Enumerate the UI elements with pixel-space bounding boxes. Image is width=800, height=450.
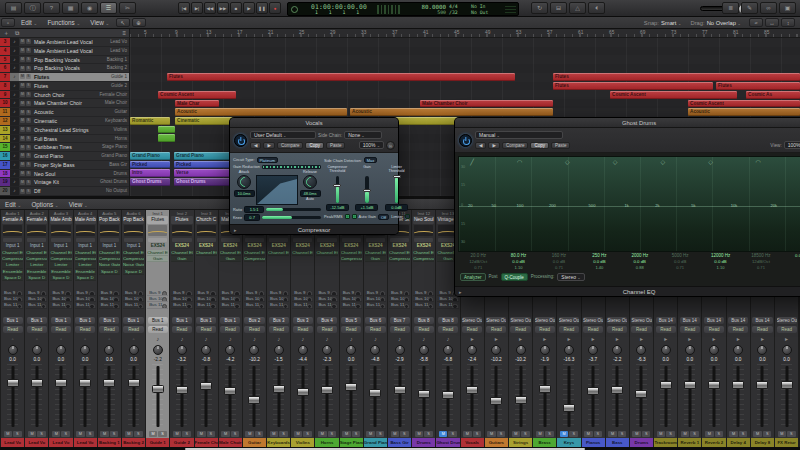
track-row[interactable]: 11♪MSAcousticGuitar xyxy=(0,108,129,117)
compressor-zoom-menu[interactable]: 100% xyxy=(359,141,384,149)
mixer-strip[interactable]: Inst 1FlutesEXS24Channel EQGainBus 9Bus … xyxy=(146,210,169,447)
track-sort-icon[interactable]: ≡ xyxy=(122,30,126,36)
send-slot[interactable]: Bus 11 xyxy=(196,302,217,308)
automation-mode-button[interactable]: Read xyxy=(365,326,385,333)
ratio-value[interactable]: 1.5:1 xyxy=(244,206,264,213)
slider-track[interactable] xyxy=(395,176,399,203)
send-slot[interactable]: Bus 11 xyxy=(26,302,47,308)
output-slot[interactable]: Bus 14 xyxy=(680,317,700,324)
fader-cap[interactable] xyxy=(756,381,768,389)
solo-button[interactable]: S xyxy=(545,431,554,437)
peak-band-icon[interactable]: ◇ xyxy=(610,158,620,165)
solo-button[interactable]: S xyxy=(303,431,312,437)
output-slot[interactable]: Stereo Out xyxy=(462,317,482,324)
analyzer-mode[interactable]: Post xyxy=(489,274,498,279)
fader-cap[interactable] xyxy=(55,379,67,387)
mute-button[interactable]: M xyxy=(560,431,569,437)
send-slot[interactable]: Bus 11 xyxy=(171,302,192,308)
mixer-strip[interactable]: Inst 10Grand PiEXS24Channel EQGainBus 9B… xyxy=(364,210,387,447)
fader-cap[interactable] xyxy=(273,385,285,393)
insert-slot[interactable]: Channel EQ xyxy=(413,250,434,256)
insert-slot[interactable]: Limiter xyxy=(26,262,47,268)
output-slot[interactable]: Bus 1 xyxy=(123,317,143,324)
fader-cap[interactable] xyxy=(611,386,623,394)
release-knob[interactable] xyxy=(303,175,317,189)
output-slot[interactable]: Stereo Out xyxy=(535,317,555,324)
setting-button[interactable] xyxy=(76,238,95,242)
fader-cap[interactable] xyxy=(442,391,454,399)
automation-mode-button[interactable]: Read xyxy=(293,326,313,333)
track-mute-button[interactable]: M xyxy=(20,74,25,79)
mixer-strip[interactable]: Audio 6Pop BackInput 1Channel EQCompress… xyxy=(122,210,145,447)
track-row[interactable]: 8♪MSFlutesGuide 2 xyxy=(0,82,129,91)
channel-label[interactable]: Vocals xyxy=(461,438,484,447)
send-slot[interactable]: Bus 11 xyxy=(316,302,337,308)
volume-fader[interactable] xyxy=(509,364,532,430)
channel-name[interactable]: Flutes xyxy=(171,216,192,224)
track-mute-button[interactable]: M xyxy=(20,83,25,88)
ratio-slider[interactable] xyxy=(266,208,321,211)
knee-value[interactable]: 0.7 xyxy=(244,214,260,221)
pan-knob[interactable] xyxy=(243,344,266,356)
solo-button[interactable]: S xyxy=(763,431,772,437)
insert-slot[interactable]: Compressor xyxy=(341,256,362,262)
automation-mode-button[interactable]: Read xyxy=(172,326,192,333)
mixer-strip[interactable]: Audio 3Male AmbInput 1Channel EQCompress… xyxy=(49,210,72,447)
solo-button[interactable]: S xyxy=(328,431,337,437)
solo-button[interactable]: S xyxy=(521,431,530,437)
fader-cap[interactable] xyxy=(345,383,357,391)
band-q[interactable]: 0.71 xyxy=(741,265,781,271)
volume-fader[interactable] xyxy=(461,364,484,430)
mute-button[interactable]: M xyxy=(318,431,327,437)
fader-cap[interactable] xyxy=(200,382,212,390)
volume-fader[interactable] xyxy=(49,364,72,430)
channel-name[interactable]: Male Amb xyxy=(50,216,71,224)
track-mute-button[interactable]: M xyxy=(20,180,25,185)
volume-fader[interactable] xyxy=(654,364,677,430)
setting-button[interactable] xyxy=(221,238,240,242)
pan-knob[interactable] xyxy=(291,344,314,356)
mixer-strip[interactable]: Audio 1Female AInput 1Channel EQCompress… xyxy=(1,210,24,447)
track-solo-button[interactable]: S xyxy=(26,118,31,123)
solo-button[interactable]: S xyxy=(424,431,433,437)
setting-button[interactable] xyxy=(342,238,361,242)
pause-button[interactable]: ❚❚ xyxy=(256,2,268,14)
insert-slot[interactable]: Space D xyxy=(50,275,71,281)
volume-fader[interactable] xyxy=(315,364,338,430)
mute-button[interactable]: M xyxy=(149,431,158,437)
fader-cap[interactable] xyxy=(781,381,793,389)
automation-mode-button[interactable]: Read xyxy=(75,326,95,333)
channel-label[interactable]: Guitars xyxy=(485,438,508,447)
mixer-strip[interactable]: Inst 9CaribbeaEXS24Channel EQCompressorB… xyxy=(340,210,363,447)
volume-fader[interactable] xyxy=(702,364,725,430)
track-mute-button[interactable]: M xyxy=(20,127,25,132)
mute-button[interactable]: M xyxy=(342,431,351,437)
mute-button[interactable]: M xyxy=(173,431,182,437)
mute-button[interactable]: M xyxy=(270,431,279,437)
channel-name[interactable]: Church C xyxy=(196,216,217,224)
automation-mode-button[interactable]: Read xyxy=(123,326,143,333)
fader-cap[interactable] xyxy=(466,386,478,394)
setting-button[interactable] xyxy=(366,238,385,242)
region[interactable] xyxy=(158,134,175,142)
send-slot[interactable]: Bus 11 xyxy=(2,302,23,308)
solo-button[interactable]: S xyxy=(618,431,627,437)
duplicate-track-icon[interactable]: ⧉ xyxy=(15,30,19,37)
pan-knob[interactable] xyxy=(678,344,701,356)
fader-cap[interactable] xyxy=(297,388,309,396)
fader-cap[interactable] xyxy=(684,381,696,389)
volume-fader[interactable] xyxy=(340,364,363,430)
lcd-tempo-sub[interactable]: 500 xyxy=(403,10,446,16)
mute-button[interactable]: M xyxy=(76,431,85,437)
channel-label[interactable]: Reverb 1 xyxy=(678,438,701,447)
mixer-strip[interactable]: Inst 7OrchestrEXS24Channel EQBus 9Bus 10… xyxy=(291,210,314,447)
track-mute-button[interactable]: M xyxy=(20,92,25,97)
insert-slot[interactable]: Space D xyxy=(26,275,47,281)
mute-button[interactable]: M xyxy=(125,431,134,437)
eq-paste-button[interactable]: Paste xyxy=(551,142,571,149)
automation-mode-button[interactable]: Read xyxy=(341,326,361,333)
track-row[interactable]: 19♪MSVintage KitGhost Drums xyxy=(0,178,129,187)
region[interactable]: Cosmic As xyxy=(746,91,800,99)
fader-cap[interactable] xyxy=(7,379,19,387)
volume-fader[interactable] xyxy=(267,364,290,430)
